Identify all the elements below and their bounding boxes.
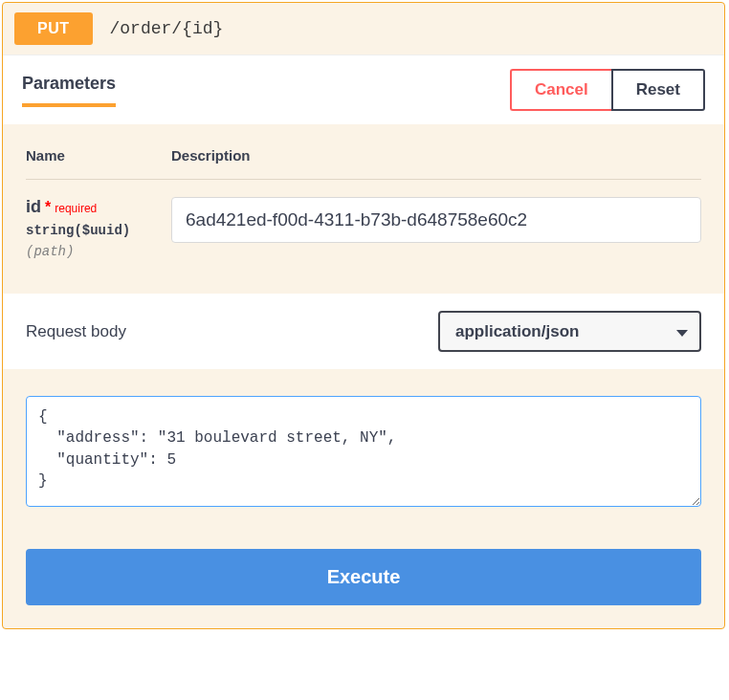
column-name: Name <box>26 147 171 164</box>
http-method-badge: PUT <box>14 12 93 45</box>
reset-button[interactable]: Reset <box>611 69 705 111</box>
execute-button[interactable]: Execute <box>26 549 701 605</box>
parameter-row: id * required string($uuid) (path) <box>26 197 701 282</box>
request-body-bar: Request body application/json <box>3 294 724 369</box>
action-buttons: Cancel Reset <box>510 69 705 111</box>
parameter-type: string($uuid) <box>26 223 171 238</box>
parameters-table-header: Name Description <box>26 147 701 180</box>
parameter-name: id <box>26 197 41 217</box>
parameter-meta: id * required string($uuid) (path) <box>26 197 171 259</box>
operation-header[interactable]: PUT /order/{id} <box>3 3 724 55</box>
api-operation-panel: PUT /order/{id} Parameters Cancel Reset … <box>2 2 725 629</box>
request-body-label: Request body <box>26 322 126 341</box>
request-body-textarea[interactable] <box>26 396 701 507</box>
parameter-location: (path) <box>26 244 171 259</box>
endpoint-path: /order/{id} <box>110 19 224 38</box>
required-label: required <box>55 202 97 215</box>
parameters-bar: Parameters Cancel Reset <box>3 55 724 124</box>
parameters-section: Name Description id * required string($u… <box>3 124 724 294</box>
cancel-button[interactable]: Cancel <box>510 69 611 111</box>
content-type-select[interactable]: application/json <box>438 311 701 352</box>
request-body-editor-section <box>3 369 724 530</box>
tab-parameters[interactable]: Parameters <box>22 74 116 107</box>
required-star: * <box>45 199 51 216</box>
column-description: Description <box>171 147 251 164</box>
execute-section: Execute <box>3 530 724 628</box>
parameter-value-input[interactable] <box>171 197 701 243</box>
